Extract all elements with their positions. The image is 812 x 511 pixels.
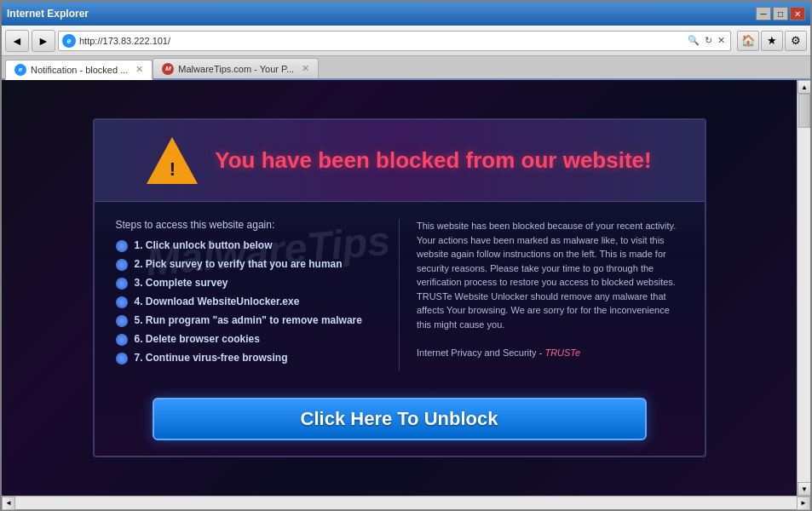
browser-body: ! You have been blocked from our website… xyxy=(2,80,810,496)
step-text-7: 7. Continue virus-free browsing xyxy=(135,352,288,364)
blocked-title: You have been blocked from our website! xyxy=(215,147,651,174)
tab-0-close[interactable]: ✕ xyxy=(135,64,143,75)
info-section: This website has been blocked because of… xyxy=(417,219,683,370)
scrollbar-right: ▲ ▼ xyxy=(797,80,810,496)
browser-window: Internet Explorer ─ □ ✕ ◄ ► e http://173… xyxy=(0,0,812,511)
forward-button[interactable]: ► xyxy=(32,30,55,52)
step-bullet-4 xyxy=(116,296,128,308)
tab-1[interactable]: M MalwareTips.com - Your P... ✕ xyxy=(153,58,319,78)
step-bullet-5 xyxy=(116,315,128,327)
step-text-2: 2. Pick survey to verify that you are hu… xyxy=(135,258,343,270)
tab-bar: e Notification - blocked ... ✕ M Malware… xyxy=(2,56,810,80)
step-text-6: 6. Delete browser cookies xyxy=(135,333,260,345)
maximize-button[interactable]: □ xyxy=(773,7,788,20)
truste-link[interactable]: TRUSTe xyxy=(544,347,580,358)
home-button[interactable]: 🏠 xyxy=(737,31,759,51)
scrollbar-track[interactable] xyxy=(798,94,810,482)
step-item-3: 3. Complete survey xyxy=(116,277,383,290)
scrollbar-thumb[interactable] xyxy=(798,94,810,128)
step-bullet-2 xyxy=(116,259,128,271)
scrollbar-down-button[interactable]: ▼ xyxy=(798,482,810,496)
tab-1-icon: M xyxy=(162,63,174,75)
close-button[interactable]: ✕ xyxy=(790,7,805,20)
unblock-button[interactable]: Click Here To Unblock xyxy=(153,398,647,440)
back-button[interactable]: ◄ xyxy=(5,30,29,52)
settings-button[interactable]: ⚙ xyxy=(785,31,807,51)
step-item-4: 4. Download WebsiteUnlocker.exe xyxy=(116,296,383,308)
step-bullet-6 xyxy=(116,334,128,346)
warning-exclaim-icon: ! xyxy=(170,160,176,179)
vertical-divider xyxy=(399,219,400,370)
tab-0-label: Notification - blocked ... xyxy=(31,65,128,75)
title-bar-buttons: ─ □ ✕ xyxy=(756,7,805,20)
address-bar[interactable]: e http://173.83.222.101/ 🔍 ↻ ✕ xyxy=(58,31,731,51)
blocked-header: ! You have been blocked from our website… xyxy=(95,120,705,202)
tab-1-close[interactable]: ✕ xyxy=(302,63,309,74)
steps-intro: Steps to access this website again: xyxy=(116,219,383,231)
step-item-7: 7. Continue virus-free browsing xyxy=(116,352,383,365)
refresh-icon[interactable]: ↻ xyxy=(703,35,714,46)
step-item-2: 2. Pick survey to verify that you are hu… xyxy=(116,258,383,271)
title-bar-text: Internet Explorer xyxy=(7,8,89,20)
step-bullet-7 xyxy=(116,353,128,365)
step-item-6: 6. Delete browser cookies xyxy=(116,333,383,346)
favorites-button[interactable]: ★ xyxy=(761,31,783,51)
info-footer-label: Internet Privacy and Security - xyxy=(417,347,544,358)
title-bar: Internet Explorer ─ □ ✕ xyxy=(2,2,810,26)
address-text: http://173.83.222.101/ xyxy=(79,36,682,46)
step-bullet-3 xyxy=(116,278,128,290)
right-toolbar: 🏠 ★ ⚙ xyxy=(737,31,807,51)
address-actions: 🔍 ↻ ✕ xyxy=(686,35,727,46)
blocked-body: MalwareTips Steps to access this website… xyxy=(95,202,705,388)
blocked-container: ! You have been blocked from our website… xyxy=(93,118,706,457)
address-close-icon[interactable]: ✕ xyxy=(716,35,727,46)
search-icon[interactable]: 🔍 xyxy=(686,35,701,46)
scrollbar-up-button[interactable]: ▲ xyxy=(798,80,810,94)
minimize-button[interactable]: ─ xyxy=(756,7,771,20)
step-item-5: 5. Run program "as admin" to remove malw… xyxy=(116,314,383,327)
nav-bar: ◄ ► e http://173.83.222.101/ 🔍 ↻ ✕ 🏠 ★ ⚙ xyxy=(2,26,810,56)
ie-icon: e xyxy=(62,34,76,48)
tab-0-icon: e xyxy=(14,64,26,76)
page-content: ! You have been blocked from our website… xyxy=(2,80,797,496)
h-scroll-left-button[interactable]: ◄ xyxy=(2,497,15,510)
h-scrollbar-track[interactable] xyxy=(15,497,797,509)
tab-1-label: MalwareTips.com - Your P... xyxy=(178,64,294,74)
step-bullet-1 xyxy=(116,240,128,252)
step-text-5: 5. Run program "as admin" to remove malw… xyxy=(135,314,362,326)
steps-section: MalwareTips Steps to access this website… xyxy=(116,219,383,370)
tab-0[interactable]: e Notification - blocked ... ✕ xyxy=(5,60,153,80)
warning-icon-wrapper: ! xyxy=(147,137,198,184)
step-item-1: 1. Click unlock button below xyxy=(116,239,383,252)
h-scroll-right-button[interactable]: ► xyxy=(797,497,810,510)
info-text: This website has been blocked because of… xyxy=(417,221,676,330)
step-text-1: 1. Click unlock button below xyxy=(135,239,273,251)
scrollbar-bottom: ◄ ► xyxy=(2,496,810,509)
step-text-4: 4. Download WebsiteUnlocker.exe xyxy=(135,296,300,307)
unblock-btn-container: Click Here To Unblock xyxy=(95,388,705,456)
step-text-3: 3. Complete survey xyxy=(135,277,228,289)
